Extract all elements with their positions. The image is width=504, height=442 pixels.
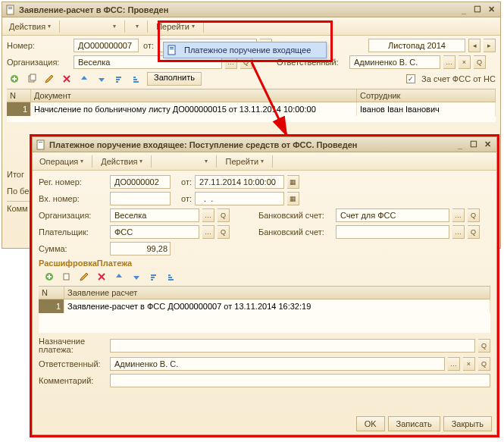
col-doc[interactable]: Заявление расчет [64,287,490,299]
regdate-field[interactable] [195,175,284,189]
svg-rect-2 [8,8,12,9]
comm-field[interactable] [110,374,490,387]
print-icon[interactable] [107,20,120,33]
period-next-icon[interactable]: ▸ [484,39,496,52]
minimize-icon[interactable]: _ [458,5,470,15]
navigate-menu[interactable]: Перейти [221,155,268,168]
createbased-icon[interactable] [199,155,211,168]
col-n[interactable]: N [7,89,31,102]
sortdesc-icon[interactable] [129,72,144,86]
report-icon[interactable] [188,155,196,168]
reg-field[interactable] [110,175,171,189]
resp-clear-icon[interactable]: × [459,55,471,69]
popup-item-incoming-payment[interactable]: Платежное поручение входящее [164,42,326,58]
dropdown-popup: Платежное поручение входящее [163,42,327,58]
in-field[interactable] [110,192,171,205]
createbased-icon[interactable] [130,20,142,33]
titlebar-parent[interactable]: Заявление-расчет в ФСС: Проведен _ ☐ ✕ [2,2,500,17]
number-field[interactable] [74,39,139,52]
moveup-icon[interactable] [111,270,127,284]
resp-open-icon[interactable]: Q [474,55,486,69]
purpose-field[interactable] [110,339,475,353]
bank-select-icon[interactable]: … [452,208,465,222]
bank2-open-icon[interactable]: Q [468,225,480,239]
org-field[interactable] [110,208,199,222]
window-child: Платежное поручение входящее: Поступлени… [32,136,497,435]
post-icon[interactable] [86,20,93,33]
edit-icon[interactable] [77,270,92,284]
col-n[interactable]: N [39,287,64,299]
repost-icon[interactable] [75,20,83,33]
resp-select-icon[interactable]: … [448,357,460,371]
close-button[interactable]: Закрыть [443,416,492,431]
fss-checkbox[interactable]: ✓ [406,74,415,83]
sortasc-icon[interactable] [111,72,127,86]
resp-clear-icon[interactable]: × [463,357,475,371]
period-prev-icon[interactable]: ◂ [468,39,481,52]
clone-icon[interactable] [24,72,39,86]
bank-field[interactable] [336,208,449,222]
payer-open-icon[interactable]: Q [218,225,230,239]
edit-icon[interactable] [42,72,57,86]
org-select-icon[interactable]: … [202,208,214,222]
table-row[interactable]: 1 Начисление по больничному листу ДО0000… [7,102,496,116]
toolbar-child: Операция Действия Перейти ? [33,152,496,171]
maximize-icon[interactable]: ☐ [468,139,480,150]
resp-open-icon[interactable]: Q [478,357,490,371]
ok-button[interactable]: OK [356,416,385,431]
fill-button[interactable]: Заполнить [147,72,202,86]
sortdesc-icon[interactable] [164,270,179,284]
titlebar-child[interactable]: Платежное поручение входящее: Поступлени… [33,137,496,152]
operation-menu[interactable]: Операция [36,155,87,168]
sortasc-icon[interactable] [146,270,161,284]
maximize-icon[interactable]: ☐ [471,5,484,15]
movedown-icon[interactable] [94,72,109,86]
navigate-menu[interactable]: Перейти [152,20,199,33]
add-icon[interactable] [7,72,22,86]
help-icon[interactable]: ? [277,155,285,168]
post-icon[interactable] [177,155,185,168]
delete-icon[interactable] [94,270,109,284]
save-icon[interactable] [64,20,72,33]
close-icon[interactable]: ✕ [481,139,493,150]
repost-icon[interactable] [167,155,174,168]
resp-label: Ответственный: [277,58,346,67]
svg-rect-30 [64,274,69,280]
movedown-icon[interactable] [129,270,144,284]
sum-field[interactable]: 99,28 [110,242,171,255]
close-icon[interactable]: ✕ [485,5,497,15]
payer-select-icon[interactable]: … [202,225,214,239]
indate-field[interactable] [195,192,284,205]
col-emp[interactable]: Сотрудник [357,89,496,102]
org-open-icon[interactable]: Q [218,208,230,222]
date-picker-icon[interactable]: ▦ [287,175,299,189]
bank2-field[interactable] [336,225,449,239]
purpose-open-icon[interactable]: Q [478,339,490,353]
bank-open-icon[interactable]: Q [468,208,480,222]
save-icon[interactable] [156,155,164,168]
in-label: Вх. номер: [39,194,107,203]
cell-n: 1 [39,299,64,313]
table-row[interactable]: 1 Заявление-расчет в ФСС ДО000000007 от … [39,299,490,313]
resp-field[interactable] [110,357,445,371]
add-icon[interactable] [42,270,57,284]
resp-field[interactable] [349,55,440,69]
help-icon[interactable]: ? [208,20,216,33]
delete-icon[interactable] [59,72,74,86]
bank2-select-icon[interactable]: … [452,225,465,239]
cell-n: 1 [7,102,31,116]
period-field[interactable]: Листопад 2014 [368,39,465,52]
actions-menu[interactable]: Действия [97,155,146,168]
actions-menu[interactable]: Действия [5,20,55,33]
payer-field[interactable] [110,225,199,239]
minimize-icon[interactable]: _ [454,139,466,150]
svg-rect-17 [170,47,174,48]
moveup-icon[interactable] [77,72,92,86]
clone-icon[interactable] [59,270,74,284]
report-icon[interactable] [96,20,104,33]
col-doc[interactable]: Документ [31,89,357,102]
save-button[interactable]: Записать [388,416,440,431]
reg-label: Рег. номер: [39,177,107,187]
resp-select-icon[interactable]: … [443,55,455,69]
date-picker-icon[interactable]: ▦ [287,192,299,205]
